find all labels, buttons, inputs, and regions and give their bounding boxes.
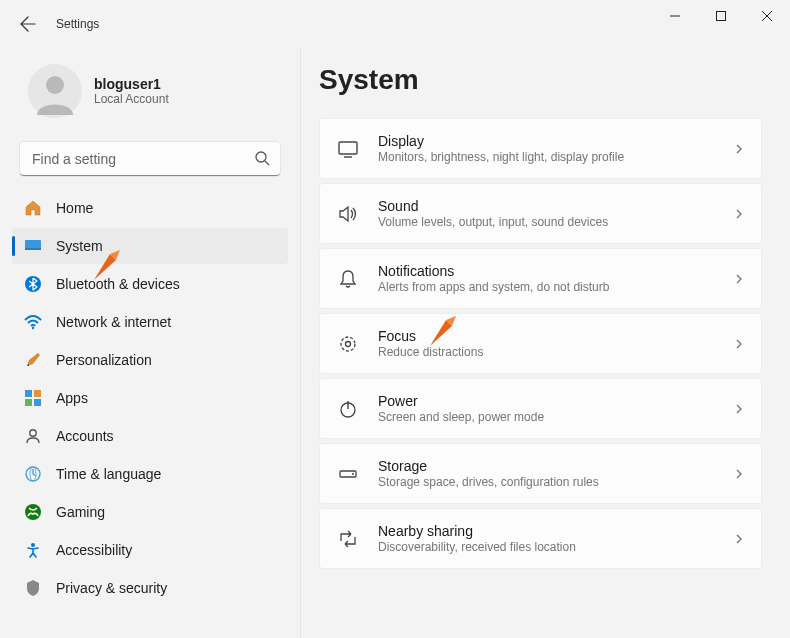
minimize-icon [670,11,680,21]
personalization-icon [24,351,42,369]
setting-nearby-sharing[interactable]: Nearby sharing Discoverability, received… [319,508,762,569]
user-icon [31,67,79,115]
svg-rect-18 [339,142,357,154]
setting-desc: Reduce distractions [378,345,715,359]
svg-rect-6 [25,248,41,250]
setting-label: Sound [378,198,715,214]
chevron-right-icon [733,533,745,545]
nearby-sharing-icon [336,527,360,551]
chevron-right-icon [733,143,745,155]
sidebar-item-accounts[interactable]: Accounts [12,418,288,454]
svg-point-8 [32,327,34,329]
sidebar-item-label: Personalization [56,352,152,368]
svg-rect-12 [34,399,41,406]
setting-text: Notifications Alerts from apps and syste… [378,263,715,294]
privacy-icon [24,579,42,597]
maximize-icon [716,11,726,21]
svg-rect-9 [25,390,32,397]
setting-text: Focus Reduce distractions [378,328,715,359]
sidebar-item-gaming[interactable]: Gaming [12,494,288,530]
svg-rect-10 [34,390,41,397]
setting-label: Power [378,393,715,409]
page-title: System [319,64,762,96]
sidebar-item-label: Apps [56,390,88,406]
setting-text: Storage Storage space, drives, configura… [378,458,715,489]
sidebar-item-network[interactable]: Network & internet [12,304,288,340]
svg-point-3 [256,152,266,162]
chevron-right-icon [733,208,745,220]
close-icon [762,11,772,21]
setting-storage[interactable]: Storage Storage space, drives, configura… [319,443,762,504]
sidebar-item-bluetooth[interactable]: Bluetooth & devices [12,266,288,302]
svg-point-20 [341,337,355,351]
maximize-button[interactable] [698,0,744,32]
sidebar-item-label: System [56,238,103,254]
close-button[interactable] [744,0,790,32]
sidebar-item-home[interactable]: Home [12,190,288,226]
chevron-right-icon [733,403,745,415]
sidebar-item-label: Privacy & security [56,580,167,596]
svg-rect-11 [25,399,32,406]
setting-desc: Screen and sleep, power mode [378,410,715,424]
sidebar-item-label: Bluetooth & devices [56,276,180,292]
sidebar-item-label: Accessibility [56,542,132,558]
svg-point-17 [31,543,35,547]
setting-desc: Volume levels, output, input, sound devi… [378,215,715,229]
power-icon [336,397,360,421]
setting-label: Focus [378,328,715,344]
sidebar-item-accessibility[interactable]: Accessibility [12,532,288,568]
setting-focus[interactable]: Focus Reduce distractions [319,313,762,374]
main-panel: System Display Monitors, brightness, nig… [300,48,790,638]
avatar [28,64,82,118]
window-controls [652,0,790,32]
home-icon [24,199,42,217]
sidebar-item-privacy-security[interactable]: Privacy & security [12,570,288,606]
svg-line-4 [265,161,269,165]
sidebar-item-system[interactable]: System [12,228,288,264]
titlebar: Settings [0,0,790,48]
nav: Home System Bluetooth & devices Network … [12,190,288,606]
sidebar-item-label: Time & language [56,466,161,482]
accounts-icon [24,427,42,445]
setting-power[interactable]: Power Screen and sleep, power mode [319,378,762,439]
chevron-right-icon [733,273,745,285]
user-block[interactable]: bloguser1 Local Account [12,56,288,134]
user-name: bloguser1 [94,76,169,92]
user-info: bloguser1 Local Account [94,76,169,106]
setting-label: Display [378,133,715,149]
sidebar-item-apps[interactable]: Apps [12,380,288,416]
user-account-type: Local Account [94,92,169,106]
system-icon [24,237,42,255]
search-input[interactable] [20,142,280,176]
sidebar-item-label: Home [56,200,93,216]
gaming-icon [24,503,42,521]
setting-desc: Alerts from apps and system, do not dist… [378,280,715,294]
setting-desc: Discoverability, received files location [378,540,715,554]
back-arrow-icon [20,16,36,32]
svg-point-16 [25,504,41,520]
svg-rect-1 [717,12,726,21]
setting-label: Notifications [378,263,715,279]
settings-list: Display Monitors, brightness, night ligh… [319,118,762,569]
search-wrap [20,142,280,176]
setting-text: Power Screen and sleep, power mode [378,393,715,424]
sidebar-item-time-language[interactable]: Time & language [12,456,288,492]
sidebar: bloguser1 Local Account Home System [0,48,300,638]
setting-display[interactable]: Display Monitors, brightness, night ligh… [319,118,762,179]
focus-icon [336,332,360,356]
back-button[interactable] [8,4,48,44]
setting-sound[interactable]: Sound Volume levels, output, input, soun… [319,183,762,244]
settings-window: Settings bloguser1 Local Account [0,0,790,638]
sidebar-item-label: Network & internet [56,314,171,330]
minimize-button[interactable] [652,0,698,32]
svg-point-13 [30,430,36,436]
display-icon [336,137,360,161]
setting-text: Display Monitors, brightness, night ligh… [378,133,715,164]
time-language-icon [24,465,42,483]
sidebar-item-personalization[interactable]: Personalization [12,342,288,378]
setting-text: Nearby sharing Discoverability, received… [378,523,715,554]
setting-desc: Storage space, drives, configuration rul… [378,475,715,489]
accessibility-icon [24,541,42,559]
svg-point-21 [346,341,351,346]
setting-notifications[interactable]: Notifications Alerts from apps and syste… [319,248,762,309]
